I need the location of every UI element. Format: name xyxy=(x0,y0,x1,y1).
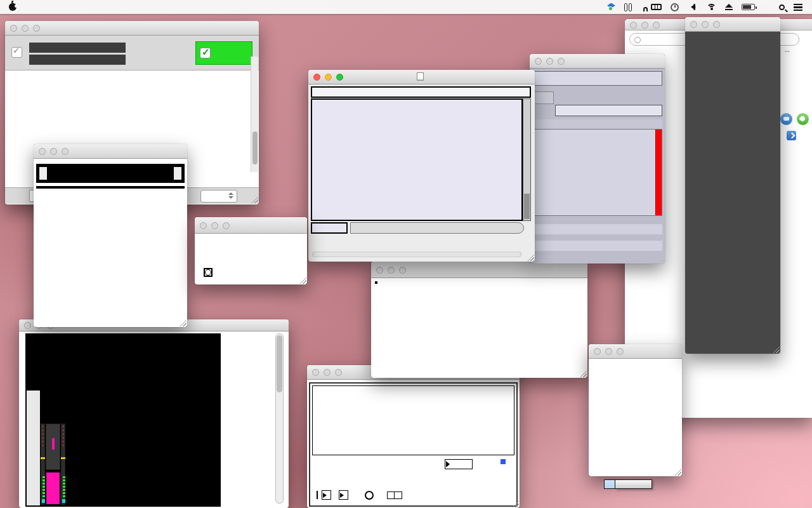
window-set3 xyxy=(371,262,587,378)
window-controls[interactable] xyxy=(200,222,230,229)
console-scrollbar[interactable] xyxy=(251,57,258,172)
grid-marker xyxy=(501,459,506,464)
resize-grip[interactable] xyxy=(250,195,258,203)
chat-vertical-scrollbar[interactable] xyxy=(523,98,531,221)
octave-number-box[interactable] xyxy=(322,490,331,500)
padsynth-title-bar[interactable] xyxy=(589,344,682,359)
unpatch-header xyxy=(532,71,662,86)
battery-icon[interactable] xyxy=(742,4,755,10)
drum-title-bar[interactable] xyxy=(685,17,780,32)
desktop: ✓ xyxy=(0,0,812,508)
mixer-scrollbar[interactable] xyxy=(275,333,284,504)
out-meter xyxy=(29,55,126,65)
key-number-box[interactable] xyxy=(445,459,473,469)
pianoroll-keyboard[interactable] xyxy=(312,457,444,474)
chat-clients-box xyxy=(311,222,348,234)
keyboard-battery-icon[interactable] xyxy=(651,4,662,10)
skype-share-button[interactable] xyxy=(787,131,796,140)
jamx-toggle[interactable] xyxy=(204,268,213,277)
meters-checkbox[interactable]: ✓ xyxy=(11,47,22,58)
chat-title-bar[interactable] xyxy=(308,70,535,84)
section-label xyxy=(532,119,662,129)
wifi-icon[interactable] xyxy=(707,4,716,11)
drum-body xyxy=(685,32,780,354)
resize-grip[interactable] xyxy=(673,467,681,476)
window-controls[interactable] xyxy=(594,348,624,355)
qseq3-table xyxy=(36,186,185,189)
window-chat xyxy=(308,70,535,262)
qseq3-title-bar[interactable] xyxy=(34,144,187,159)
menu-bar xyxy=(0,0,812,14)
chat-horizontal-scrollbar[interactable] xyxy=(312,251,521,257)
volume-icon[interactable] xyxy=(688,4,698,10)
set3-grid xyxy=(375,281,377,284)
skype-call-button[interactable] xyxy=(797,113,809,125)
apple-icon[interactable] xyxy=(9,3,16,11)
window-controls[interactable] xyxy=(313,74,343,81)
pd-console-title-bar[interactable] xyxy=(5,21,259,36)
eject-icon[interactable] xyxy=(725,4,733,10)
dropbox-icon[interactable] xyxy=(607,3,615,11)
patch-name-entry[interactable] xyxy=(555,105,662,116)
step-number-box[interactable] xyxy=(339,490,348,500)
upload-status-row xyxy=(532,224,662,234)
unpatch-body xyxy=(530,69,665,264)
window-padsynth xyxy=(589,344,682,476)
pd-file-icon xyxy=(417,72,424,81)
pianoroll-controls-row1 xyxy=(314,476,516,488)
dsp-toggle[interactable] xyxy=(195,41,252,65)
reset-button[interactable] xyxy=(174,167,181,180)
in-meter xyxy=(29,43,126,53)
mixer-master-strip xyxy=(40,422,66,505)
chat-message-input[interactable] xyxy=(350,222,524,234)
new-set-button[interactable] xyxy=(39,167,47,180)
pianoroll-controls-row2 xyxy=(314,489,516,501)
window-unpatch xyxy=(530,54,665,264)
window-controls[interactable] xyxy=(630,22,660,29)
skype-message-button[interactable] xyxy=(780,113,792,125)
reset-bang[interactable] xyxy=(365,491,374,500)
status-icons xyxy=(603,0,812,14)
chat-version-header xyxy=(311,86,531,98)
end-cells[interactable] xyxy=(387,491,402,499)
window-controls[interactable] xyxy=(376,267,406,274)
markers-icon[interactable] xyxy=(624,3,633,11)
set3-title-bar[interactable] xyxy=(371,262,587,278)
master-fader[interactable] xyxy=(46,472,60,504)
time-machine-icon[interactable] xyxy=(671,3,679,11)
window-controls[interactable] xyxy=(10,25,40,32)
window-qseq3 xyxy=(34,144,187,327)
window-controls[interactable] xyxy=(39,148,69,155)
pianoroll-frame xyxy=(309,382,518,507)
unpatch-title-bar[interactable] xyxy=(530,54,665,69)
console-toolbar: ✓ xyxy=(5,36,259,70)
search-icon[interactable] xyxy=(779,4,785,10)
chat-message-area xyxy=(311,98,523,221)
padsynth-jamx-row xyxy=(604,479,652,489)
resize-grip[interactable] xyxy=(178,318,187,326)
master-meter-right xyxy=(61,424,65,505)
window-pianoroll xyxy=(307,365,520,508)
jamx-button[interactable] xyxy=(615,479,652,489)
master-meter-left xyxy=(41,424,45,505)
window-mixer xyxy=(19,319,289,508)
skype-misc-value xyxy=(785,51,790,52)
window-controls[interactable] xyxy=(535,58,565,65)
log-level-stepper[interactable] xyxy=(200,190,237,203)
mixer-table xyxy=(25,333,221,507)
pianoroll-grid[interactable] xyxy=(312,385,514,455)
cheapchord-title-bar[interactable] xyxy=(195,217,307,234)
notification-list-icon[interactable] xyxy=(794,4,802,11)
jamx-cell[interactable] xyxy=(604,479,615,489)
download-status-row xyxy=(532,241,662,251)
resize-grip[interactable] xyxy=(526,253,534,261)
resize-grip[interactable] xyxy=(298,276,306,284)
octave-radio[interactable] xyxy=(317,491,318,499)
resize-grip[interactable] xyxy=(579,369,587,377)
patch-list-scrollbar[interactable] xyxy=(655,130,662,215)
mixer-aux-rail xyxy=(27,391,40,505)
window-controls[interactable] xyxy=(312,369,342,376)
netload-box[interactable] xyxy=(532,91,554,104)
window-controls[interactable] xyxy=(690,21,720,28)
master-pan-box[interactable] xyxy=(46,424,60,470)
